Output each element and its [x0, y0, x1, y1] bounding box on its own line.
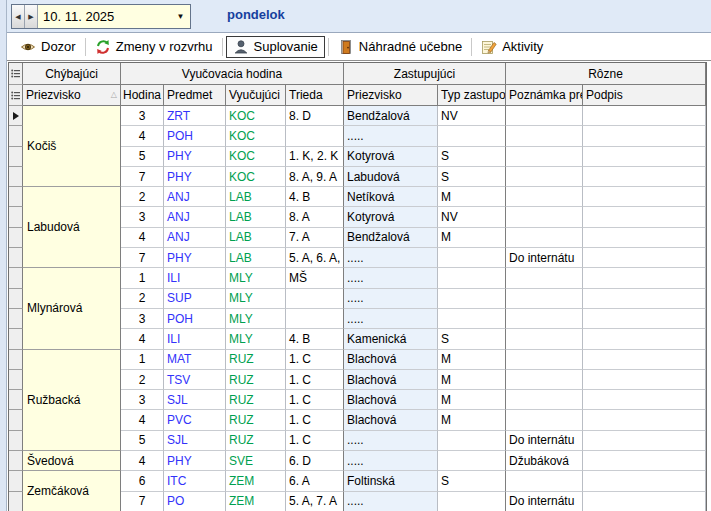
cell-trieda[interactable]: 1. C [286, 390, 344, 410]
cell-predmet[interactable]: PHY [164, 248, 226, 268]
column-header-trieda[interactable]: Trieda [286, 85, 344, 106]
cell-hodina[interactable]: 3 [121, 390, 164, 410]
cell-substitution-type[interactable] [438, 126, 506, 146]
cell-trieda[interactable]: MŠ [286, 268, 344, 288]
cell-substitute-surname[interactable]: Blachová [344, 370, 438, 390]
cell-signature[interactable] [583, 248, 706, 268]
cell-substitute-surname[interactable]: Kamenická [344, 329, 438, 349]
table-corner-button[interactable] [9, 63, 23, 85]
cell-substitution-type[interactable] [438, 492, 506, 511]
row-selector[interactable] [9, 350, 23, 370]
cell-trieda[interactable] [286, 309, 344, 329]
cell-signature[interactable] [583, 471, 706, 491]
row-selector[interactable] [9, 126, 23, 146]
row-selector[interactable] [9, 228, 23, 248]
cell-predmet[interactable]: POH [164, 309, 226, 329]
cell-note[interactable] [506, 147, 583, 167]
cell-substitution-type[interactable]: S [438, 167, 506, 187]
cell-vyucujuci[interactable]: KOC [226, 147, 286, 167]
date-field[interactable]: 10. 11. 2025 [38, 5, 171, 28]
cell-note[interactable] [506, 471, 583, 491]
cell-hodina[interactable]: 2 [121, 187, 164, 207]
cell-predmet[interactable]: ILI [164, 268, 226, 288]
cell-substitution-type[interactable]: S [438, 471, 506, 491]
row-selector[interactable] [9, 309, 23, 329]
column-group-header-0[interactable]: Chýbajúci [23, 63, 121, 85]
cell-substitute-surname[interactable]: Blachová [344, 350, 438, 370]
cell-trieda[interactable]: 1. C [286, 350, 344, 370]
cell-hodina[interactable]: 1 [121, 350, 164, 370]
cell-vyucujuci[interactable]: LAB [226, 248, 286, 268]
cell-vyucujuci[interactable]: RUZ [226, 410, 286, 430]
absent-teacher-cell[interactable]: Švedová [23, 451, 121, 471]
row-selector[interactable] [9, 431, 23, 451]
cell-substitute-surname[interactable]: Blachová [344, 410, 438, 430]
tab-aktivity[interactable]: Aktivity [475, 37, 549, 57]
cell-predmet[interactable]: ITC [164, 471, 226, 491]
row-selector[interactable] [9, 187, 23, 207]
cell-substitution-type[interactable] [438, 451, 506, 471]
absent-teacher-cell[interactable]: Kočiš [23, 106, 121, 187]
cell-signature[interactable] [583, 390, 706, 410]
cell-signature[interactable] [583, 410, 706, 430]
tab-dozor[interactable]: Dozor [14, 37, 82, 57]
column-header-hodina[interactable]: Hodina [121, 85, 164, 106]
cell-hodina[interactable]: 3 [121, 207, 164, 227]
cell-substitute-surname[interactable]: Netíková [344, 187, 438, 207]
row-selector[interactable] [9, 492, 23, 511]
cell-hodina[interactable]: 4 [121, 329, 164, 349]
cell-note[interactable] [506, 126, 583, 146]
cell-note[interactable]: Do internátu [506, 431, 583, 451]
cell-vyucujuci[interactable]: MLY [226, 289, 286, 309]
cell-trieda[interactable]: 1. C [286, 431, 344, 451]
cell-trieda[interactable]: 6. D [286, 451, 344, 471]
row-selector[interactable] [9, 390, 23, 410]
cell-vyucujuci[interactable]: MLY [226, 309, 286, 329]
previous-day-button[interactable]: ◀ [12, 5, 25, 28]
cell-signature[interactable] [583, 187, 706, 207]
cell-vyucujuci[interactable]: RUZ [226, 370, 286, 390]
cell-note[interactable]: Do internátu [506, 492, 583, 511]
cell-substitute-surname[interactable]: Blachová [344, 390, 438, 410]
cell-trieda[interactable]: 7. A [286, 228, 344, 248]
tab-zmeny-v-rozvrhu[interactable]: Zmeny v rozvrhu [89, 37, 219, 57]
cell-signature[interactable] [583, 106, 706, 126]
cell-substitute-surname[interactable]: Labudová [344, 167, 438, 187]
cell-vyucujuci[interactable]: SVE [226, 451, 286, 471]
cell-substitution-type[interactable]: M [438, 350, 506, 370]
tab-nahradne-ucebne[interactable]: Náhradné učebne [332, 37, 468, 57]
cell-note[interactable] [506, 390, 583, 410]
cell-signature[interactable] [583, 370, 706, 390]
cell-vyucujuci[interactable]: MLY [226, 268, 286, 288]
cell-substitute-surname[interactable]: ..... [344, 268, 438, 288]
row-selector[interactable] [9, 147, 23, 167]
cell-substitution-type[interactable]: NV [438, 207, 506, 227]
cell-trieda[interactable]: 1. K, 2. K [286, 147, 344, 167]
cell-predmet[interactable]: ANJ [164, 228, 226, 248]
cell-vyucujuci[interactable]: LAB [226, 207, 286, 227]
cell-predmet[interactable]: PHY [164, 147, 226, 167]
cell-substitution-type[interactable]: M [438, 187, 506, 207]
cell-predmet[interactable]: ANJ [164, 187, 226, 207]
cell-substitute-surname[interactable]: Bendžalová [344, 228, 438, 248]
absent-teacher-cell[interactable]: Labudová [23, 187, 121, 268]
cell-trieda[interactable] [286, 289, 344, 309]
cell-substitute-surname[interactable]: ..... [344, 126, 438, 146]
cell-vyucujuci[interactable]: KOC [226, 167, 286, 187]
cell-substitution-type[interactable] [438, 268, 506, 288]
cell-trieda[interactable]: 4. B [286, 329, 344, 349]
cell-hodina[interactable]: 7 [121, 248, 164, 268]
cell-vyucujuci[interactable]: KOC [226, 106, 286, 126]
cell-substitution-type[interactable] [438, 289, 506, 309]
column-header-predmet[interactable]: Predmet [164, 85, 226, 106]
cell-hodina[interactable]: 3 [121, 106, 164, 126]
row-selector[interactable] [9, 451, 23, 471]
cell-substitute-surname[interactable]: ..... [344, 492, 438, 511]
cell-note[interactable] [506, 410, 583, 430]
cell-note[interactable] [506, 106, 583, 126]
cell-signature[interactable] [583, 309, 706, 329]
cell-predmet[interactable]: ANJ [164, 207, 226, 227]
cell-note[interactable] [506, 329, 583, 349]
cell-trieda[interactable]: 8. D [286, 106, 344, 126]
cell-signature[interactable] [583, 329, 706, 349]
